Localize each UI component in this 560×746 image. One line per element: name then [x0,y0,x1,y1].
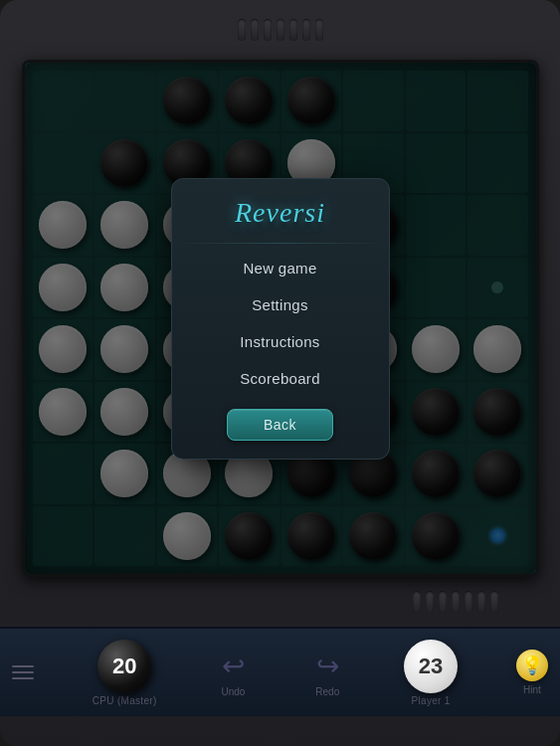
scoreboard-button[interactable]: Scoreboard [172,360,389,397]
modal-title: Reversi [235,179,325,243]
player-score-value: 23 [419,653,443,679]
device-frame: Reversi New game Settings Instructions S… [0,0,560,746]
bottom-vent-lines [411,588,500,616]
undo-label: Undo [221,686,245,697]
main-menu-modal: Reversi New game Settings Instructions S… [171,178,390,460]
vent-line [238,19,246,41]
vent-line [465,591,472,613]
hint-icon: 💡 [516,650,548,681]
top-vent-area [0,0,560,60]
game-board[interactable]: Reversi New game Settings Instructions S… [22,60,539,577]
instructions-button[interactable]: Instructions [172,323,389,360]
menu-line [12,671,34,673]
cpu-label: CPU (Master) [93,695,157,706]
vent-line [264,19,272,41]
vent-line [251,19,259,41]
vent-line [289,19,297,41]
cpu-score-circle: 20 [97,640,151,693]
cpu-score-value: 20 [112,653,136,679]
bottom-vent-area [0,577,560,627]
settings-button[interactable]: Settings [172,286,389,323]
redo-button[interactable]: ↪ Redo [309,648,345,697]
vent-line [315,19,323,41]
back-button[interactable]: Back [227,409,333,441]
modal-divider [172,243,389,244]
score-bar: 20 CPU (Master) ↩ Undo ↪ Redo 23 Player … [0,627,560,716]
redo-icon: ↪ [309,648,345,683]
modal-overlay: Reversi New game Settings Instructions S… [25,63,536,574]
hint-label: Hint [523,684,541,695]
menu-line [12,677,34,679]
redo-label: Redo [315,686,339,697]
top-vent-lines [236,16,325,44]
cpu-score-player: 20 CPU (Master) [93,640,157,706]
vent-line [426,591,434,613]
player-label: Player 1 [412,695,451,706]
vent-line [413,591,421,613]
vent-line [277,19,284,41]
vent-line [490,591,498,613]
hamburger-menu-button[interactable] [12,665,34,679]
player-score-circle: 23 [404,640,458,693]
undo-icon: ↩ [215,648,251,683]
undo-button[interactable]: ↩ Undo [215,648,251,697]
vent-line [452,591,460,613]
player-score-player: 23 Player 1 [404,640,458,706]
vent-line [302,19,310,41]
vent-line [439,591,447,613]
vent-line [477,591,485,613]
menu-line [12,665,34,667]
new-game-button[interactable]: New game [172,250,389,286]
hint-button[interactable]: 💡 Hint [516,650,548,695]
